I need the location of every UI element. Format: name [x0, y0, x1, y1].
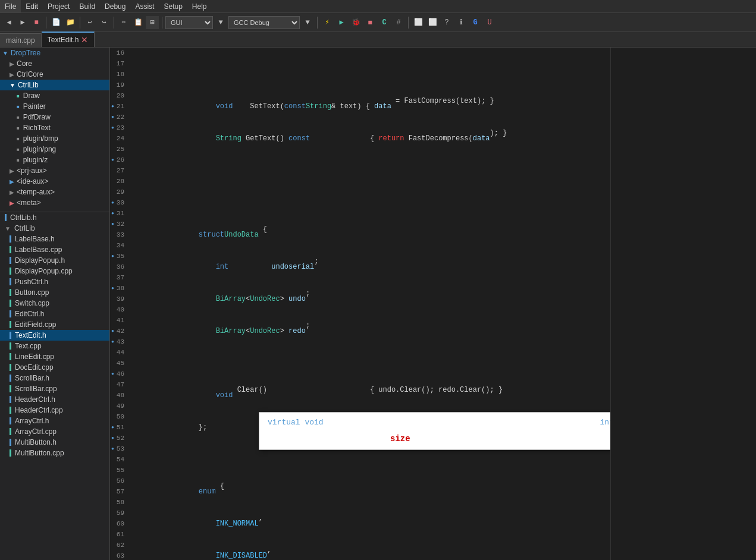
ln-39: 39: [110, 294, 129, 304]
toolbar-screen2-btn[interactable]: ⬜: [426, 16, 439, 29]
toolbar-help-icon[interactable]: ?: [440, 16, 453, 29]
ln-56: 56: [110, 476, 129, 486]
menu-build[interactable]: Build: [74, 0, 100, 12]
sidebar-file-headerctrl-h[interactable]: HeaderCtrl.h: [0, 394, 109, 405]
toolbar-google-btn[interactable]: G: [469, 16, 482, 29]
toolbar-info-btn[interactable]: ℹ: [454, 16, 468, 29]
toolbar-back-btn[interactable]: ◀: [2, 16, 15, 29]
sidebar-item-meta[interactable]: ▶ <meta>: [0, 197, 109, 208]
menu-setup[interactable]: Setup: [159, 0, 187, 12]
tab-main-cpp[interactable]: main.cpp: [0, 33, 42, 47]
ln-21: 21: [110, 101, 129, 112]
sidebar-item-pdfdraw[interactable]: ■ PdfDraw: [0, 112, 109, 122]
toolbar-copy-btn[interactable]: 📋: [131, 16, 145, 29]
sidebar-file-labelbase-h[interactable]: LabelBase.h: [0, 234, 109, 244]
ctrllib-h-label: CtrlLib.h: [10, 213, 37, 222]
sidebar-item-pluginbmp[interactable]: ■ plugin/bmp: [0, 133, 109, 144]
tab-close-icon[interactable]: ✕: [81, 35, 88, 45]
sidebar-file-ctrllib-folder[interactable]: ▼ CtrlLib: [0, 223, 109, 234]
tab-textedit-h[interactable]: TextEdit.h ✕: [42, 32, 95, 47]
gui-dropdown-btn[interactable]: ▼: [214, 16, 227, 29]
ln-34: 34: [110, 240, 129, 251]
toolbar-build-btn[interactable]: ⚡: [321, 16, 334, 29]
sidebar-item-ide-aux[interactable]: ▶ <ide-aux>: [0, 176, 109, 187]
gui-selector[interactable]: GUI: [165, 16, 213, 29]
toolbar-open-btn[interactable]: 📁: [64, 16, 77, 29]
sidebar-file-headerctrl-cpp[interactable]: HeaderCtrl.cpp: [0, 405, 109, 416]
sidebar-file-scrollbar-h[interactable]: ScrollBar.h: [0, 373, 109, 383]
temp-aux-expand-icon: ▶: [10, 189, 14, 196]
textedit-h-colorbar: [10, 332, 11, 339]
pushctrl-h-colorbar: [10, 278, 11, 285]
sidebar-file-arrayctrl-cpp[interactable]: ArrayCtrl.cpp: [0, 426, 109, 437]
toolbar-run-btn[interactable]: ▶: [335, 16, 348, 29]
ln-42: 42: [110, 326, 129, 336]
tab-bar: main.cpp TextEdit.h ✕: [0, 32, 756, 48]
menu-debug[interactable]: Debug: [100, 0, 130, 12]
menu-edit[interactable]: Edit: [21, 0, 43, 12]
toolbar-cut-btn[interactable]: ✂: [117, 16, 130, 29]
ctrllib-label: CtrlLib: [18, 81, 39, 89]
sidebar-file-button-cpp[interactable]: Button.cpp: [0, 287, 109, 298]
richtext-label: RichText: [23, 124, 51, 132]
arrayctrl-cpp-colorbar: [10, 428, 11, 435]
sidebar-file-arrayctrl-h[interactable]: ArrayCtrl.h: [0, 416, 109, 426]
ln-49: 49: [110, 401, 129, 411]
sidebar-file-lineedit-cpp[interactable]: LineEdit.cpp: [0, 351, 109, 362]
sep1: [46, 17, 46, 29]
sidebar-file-labelbase-cpp[interactable]: LabelBase.cpp: [0, 244, 109, 255]
sidebar-file-editctrl-h[interactable]: EditCtrl.h: [0, 309, 109, 319]
sidebar-file-displaypopup-cpp[interactable]: DisplayPopup.cpp: [0, 266, 109, 276]
toolbar-new-btn[interactable]: 📄: [49, 16, 62, 29]
sidebar-item-ctrllib[interactable]: ▼ CtrlLib: [0, 80, 109, 90]
toolbar-stop-btn[interactable]: ■: [30, 16, 43, 29]
build-config-dropdown-btn[interactable]: ▼: [301, 16, 314, 29]
menu-help[interactable]: Help: [187, 0, 212, 12]
sidebar-file-pushctrl-h[interactable]: PushCtrl.h: [0, 276, 109, 287]
sidebar-file-switch-cpp[interactable]: Switch.cpp: [0, 298, 109, 309]
build-config-selector[interactable]: GCC Debug: [228, 16, 300, 29]
editor-content[interactable]: 16 17 18 19 20 21 22 23 24 25 26 27 28 2…: [110, 48, 610, 560]
headerctrl-cpp-label: HeaderCtrl.cpp: [15, 406, 63, 414]
sidebar-file-textedit-h[interactable]: TextEdit.h: [0, 330, 109, 341]
sidebar-item-pluginz[interactable]: ■ plugin/z: [0, 155, 109, 165]
sidebar-file-ctrllib-h[interactable]: CtrlLib.h: [0, 212, 109, 223]
ln-35: 35: [110, 251, 129, 262]
sidebar-item-droptree[interactable]: ▼ DropTree: [0, 48, 109, 58]
line-numbers: 16 17 18 19 20 21 22 23 24 25 26 27 28 2…: [110, 48, 134, 560]
sidebar-item-pluginpng[interactable]: ■ plugin/png: [0, 144, 109, 155]
sidebar-file-displaypopup-h[interactable]: DisplayPopup.h: [0, 255, 109, 266]
ln-61: 61: [110, 529, 129, 540]
sidebar-item-richtext[interactable]: ■ RichText: [0, 122, 109, 133]
sidebar-item-ctrlcore[interactable]: ▶ CtrlCore: [0, 69, 109, 80]
sidebar-file-docedit-cpp[interactable]: DocEdit.cpp: [0, 362, 109, 373]
code-line-20: [139, 197, 610, 208]
sidebar-item-painter[interactable]: ■ Painter: [0, 101, 109, 112]
menu-file[interactable]: File: [0, 0, 21, 12]
ln-40: 40: [110, 304, 129, 315]
sidebar-item-core[interactable]: ▶ Core: [0, 58, 109, 69]
sidebar-file-multibutton-cpp[interactable]: MultiButton.cpp: [0, 448, 109, 458]
sidebar-file-multibutton-h[interactable]: MultiButton.h: [0, 437, 109, 448]
draw-icon: ■: [17, 93, 20, 99]
toolbar-screen1-btn[interactable]: ⬜: [412, 16, 425, 29]
pluginz-icon: ■: [17, 158, 20, 163]
sidebar-file-text-cpp[interactable]: Text.cpp: [0, 341, 109, 351]
sidebar-file-scrollbar-cpp[interactable]: ScrollBar.cpp: [0, 383, 109, 394]
menu-project[interactable]: Project: [43, 0, 74, 12]
code-editor[interactable]: void SetText(const String& text) { data …: [134, 48, 610, 560]
toolbar-extra-btn[interactable]: U: [483, 16, 496, 29]
sidebar-file-editfield-cpp[interactable]: EditField.cpp: [0, 319, 109, 330]
toolbar-paste-btn[interactable]: ⊞: [146, 16, 159, 29]
sidebar-item-temp-aux[interactable]: ▶ <temp-aux>: [0, 187, 109, 197]
toolbar-forward-btn[interactable]: ▶: [16, 16, 29, 29]
toolbar-debug-btn[interactable]: 🐞: [349, 16, 362, 29]
menu-assist[interactable]: Assist: [130, 0, 159, 12]
toolbar-stop-run-btn[interactable]: ◼: [363, 16, 377, 29]
sidebar-item-draw[interactable]: ■ Draw: [0, 90, 109, 101]
toolbar-undo-btn[interactable]: ↩: [83, 16, 96, 29]
sidebar-item-prj-aux[interactable]: ▶ <prj-aux>: [0, 165, 109, 176]
scrollbar-h-label: ScrollBar.h: [15, 374, 49, 382]
toolbar-redo-btn[interactable]: ↪: [98, 16, 111, 29]
ac-virtual-kw: virtual void: [268, 418, 324, 427]
